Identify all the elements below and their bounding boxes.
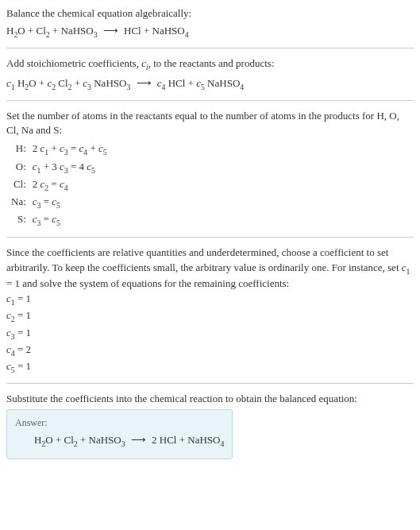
reactant-1: H2O xyxy=(6,25,25,37)
element-label: S: xyxy=(8,211,29,229)
element-label: O: xyxy=(8,159,29,176)
coef-intro: Add stoichiometric coefficients, ci, to … xyxy=(6,56,414,72)
arrow-icon: ⟶ xyxy=(100,25,121,37)
balance-table: H: 2 c1 + c3 = c4 + c5 O: c1 + 3 c3 = 4 … xyxy=(8,141,110,229)
plus: + xyxy=(25,25,37,37)
balance-eq: c3 = c5 xyxy=(29,211,110,229)
reactant-2: Cl2 xyxy=(64,434,78,446)
plus: + xyxy=(50,25,61,37)
balance-eq: 2 c1 + c3 = c4 + c5 xyxy=(29,141,110,158)
divider xyxy=(6,237,414,238)
divider xyxy=(6,383,414,384)
reactant-3: NaHSO3 xyxy=(61,25,98,37)
solve-section: Since the coefficients are relative quan… xyxy=(6,246,414,375)
intro-section: Balance the chemical equation algebraica… xyxy=(6,6,414,40)
element-label: Na: xyxy=(8,194,29,211)
element-label: H: xyxy=(8,141,29,158)
unbalanced-equation: H2O + Cl2 + NaHSO3 ⟶ HCl + NaHSO4 xyxy=(6,24,414,40)
product-1: HCl xyxy=(124,25,141,37)
balance-eq: c1 + 3 c3 = 4 c5 xyxy=(29,159,110,176)
divider xyxy=(6,100,414,101)
table-row: Na: c3 = c5 xyxy=(8,194,110,211)
answer-label: Answer: xyxy=(15,416,224,430)
answer-box: Answer: H2O + Cl2 + NaHSO3 ⟶ 2 HCl + NaH… xyxy=(6,409,233,459)
balance-section: Set the number of atoms in the reactants… xyxy=(6,109,414,230)
table-row: Cl: 2 c2 = c4 xyxy=(8,176,110,194)
divider xyxy=(6,48,414,48)
solution-line: c3 = 1 xyxy=(6,326,414,342)
table-row: O: c1 + 3 c3 = 4 c5 xyxy=(8,159,110,176)
coefficients-section: Add stoichiometric coefficients, ci, to … xyxy=(6,56,414,91)
product-1: 2 HCl xyxy=(152,434,176,446)
table-row: H: 2 c1 + c3 = c4 + c5 xyxy=(8,141,110,158)
balance-eq: c3 = c5 xyxy=(29,194,110,211)
coef-equation: c1 H2O + c2 Cl2 + c3 NaHSO3 ⟶ c4 HCl + c… xyxy=(6,76,414,92)
arrow-icon: ⟶ xyxy=(128,434,149,446)
solution-line: c5 = 1 xyxy=(6,359,414,375)
product-2: NaHSO4 xyxy=(152,25,189,37)
solution-line: c2 = 1 xyxy=(6,308,414,324)
balance-eq: 2 c2 = c4 xyxy=(29,176,110,194)
reactant-3: NaHSO3 xyxy=(89,434,125,446)
balance-intro: Set the number of atoms in the reactants… xyxy=(6,109,414,137)
element-label: Cl: xyxy=(8,176,29,194)
reactant-2: Cl2 xyxy=(37,25,50,37)
solution-line: c1 = 1 xyxy=(6,292,414,308)
table-row: S: c3 = c5 xyxy=(8,211,110,229)
solve-intro: Since the coefficients are relative quan… xyxy=(6,246,414,291)
intro-text: Balance the chemical equation algebraica… xyxy=(6,6,414,21)
result-section: Substitute the coefficients into the che… xyxy=(6,392,414,459)
plus: + xyxy=(141,25,152,37)
result-intro: Substitute the coefficients into the che… xyxy=(6,392,414,406)
reactant-1: H2O xyxy=(34,434,53,446)
solution-line: c4 = 2 xyxy=(6,342,414,358)
product-2: NaHSO4 xyxy=(187,434,224,446)
balanced-equation: H2O + Cl2 + NaHSO3 ⟶ 2 HCl + NaHSO4 xyxy=(15,433,224,449)
